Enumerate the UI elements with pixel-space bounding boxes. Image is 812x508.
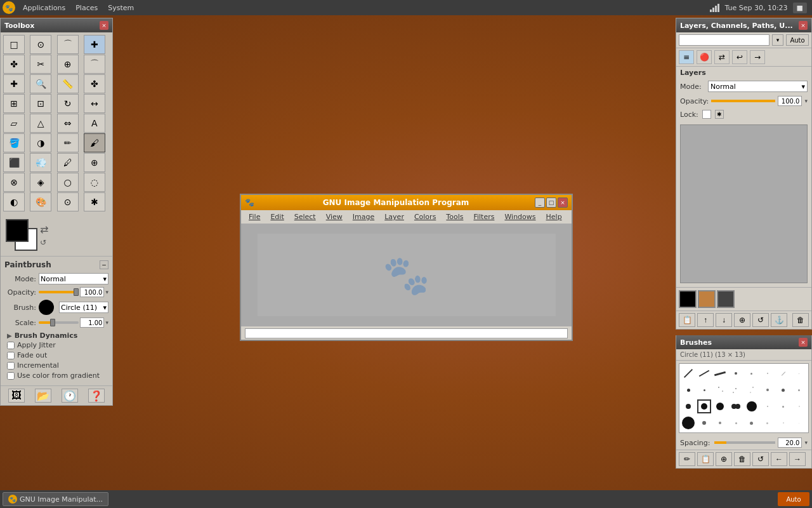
open-recent-button[interactable]: 🕐 <box>62 389 78 403</box>
opacity-value[interactable]: 100.0 <box>80 287 104 297</box>
tool-align[interactable]: ⊞ <box>3 94 25 113</box>
brushes-panel-close[interactable]: × <box>799 338 808 347</box>
use-gradient-checkbox[interactable] <box>7 372 15 380</box>
delete-brush-btn[interactable]: 🗑 <box>734 452 750 466</box>
gimp-status-input[interactable] <box>245 328 568 338</box>
menu-filters[interactable]: Filters <box>468 211 499 222</box>
tool-smudge[interactable]: ◌ <box>84 173 105 192</box>
gimp-close-button[interactable]: × <box>558 197 568 208</box>
tool-pencil[interactable]: ✏ <box>57 133 79 152</box>
brush-dot-r4f[interactable] <box>776 416 790 430</box>
scale-slider[interactable] <box>39 321 79 324</box>
brush-circle-multi[interactable] <box>729 399 743 413</box>
redo-icon-tab[interactable]: → <box>750 50 765 64</box>
brush-tiny-dot-1[interactable] <box>761 366 775 380</box>
tool-rotate[interactable]: ↻ <box>57 94 79 113</box>
tool-dodge-burn[interactable]: ◐ <box>3 192 25 211</box>
tool-blur-sharpen[interactable]: ○ <box>57 173 79 192</box>
brush-dot-sm-4[interactable] <box>792 383 806 397</box>
undo-icon-tab[interactable]: ↩ <box>732 50 747 64</box>
spacing-slider[interactable] <box>714 441 775 444</box>
new-image-button[interactable]: 🖼 <box>8 389 25 403</box>
brush-xl-dot[interactable] <box>681 416 695 430</box>
opacity-slider[interactable] <box>39 291 79 293</box>
layers-icon-tab[interactable]: ≡ <box>679 50 694 64</box>
brush-dot-r4e[interactable] <box>761 416 775 430</box>
mode-select[interactable]: Normal ▾ <box>39 273 108 284</box>
anchor-layer-btn[interactable]: ⚓ <box>771 313 787 327</box>
tool-perspective-clone[interactable]: ◈ <box>30 173 51 192</box>
tool-shear[interactable]: ▱ <box>3 114 25 133</box>
power-button[interactable]: ■ <box>793 3 807 13</box>
task-gimp[interactable]: 🐾 GNU Image Manipulat... <box>3 492 108 506</box>
tool-ink[interactable]: 🖊 <box>57 153 79 172</box>
paintbrush-collapse-btn[interactable]: − <box>100 260 108 269</box>
tool-perspective[interactable]: △ <box>30 114 51 133</box>
create-new-layer-btn[interactable]: 📋 <box>679 313 695 327</box>
gimp-canvas[interactable]: 🐾 <box>258 234 556 316</box>
gimp-minimize-button[interactable]: _ <box>535 197 545 208</box>
brush-tiny-dash[interactable] <box>776 366 790 380</box>
new-brush-btn[interactable]: 📋 <box>697 452 714 466</box>
tool-color-picker[interactable]: ✚ <box>3 74 25 93</box>
menu-view[interactable]: View <box>321 211 348 222</box>
delete-layer-btn[interactable]: 🗑 <box>792 313 809 327</box>
brush-thin-line-1[interactable] <box>681 366 695 380</box>
gimp-maximize-button[interactable]: □ <box>546 197 556 208</box>
next-brush-btn[interactable]: → <box>789 452 806 466</box>
brush-small-dot-r2[interactable] <box>681 383 695 397</box>
open-image-button[interactable]: 📂 <box>35 389 51 403</box>
swatch-dark[interactable] <box>717 290 735 308</box>
layers-opacity-slider[interactable] <box>711 100 775 102</box>
spacing-value[interactable]: 20.0 <box>778 438 802 448</box>
brush-scatter-2[interactable] <box>729 383 743 397</box>
prev-brush-btn[interactable]: ← <box>771 452 787 466</box>
brush-dot-r4d[interactable] <box>745 416 759 430</box>
tool-move[interactable]: ✤ <box>84 74 105 93</box>
lower-layer-btn[interactable]: ↓ <box>716 313 732 327</box>
tool-bucket-fill[interactable]: 🪣 <box>3 133 25 152</box>
brush-circle-11-selected[interactable] <box>697 399 711 413</box>
tool-flip[interactable]: ⇔ <box>57 114 79 133</box>
tool-ellipse-select[interactable]: ⊙ <box>30 35 51 54</box>
refresh-brush-btn[interactable]: ↺ <box>752 452 769 466</box>
taskbar-auto-button[interactable]: Auto <box>778 492 809 506</box>
menu-layer[interactable]: Layer <box>379 211 409 222</box>
menu-tools[interactable]: Tools <box>441 211 468 222</box>
tool-scale[interactable]: ↔ <box>84 94 105 113</box>
layers-search-input[interactable] <box>679 34 769 46</box>
swap-colors-icon[interactable]: ⇄ <box>40 224 48 236</box>
brush-scatter-3[interactable] <box>745 383 759 397</box>
tool-clone[interactable]: ⊕ <box>84 153 105 172</box>
raise-layer-btn[interactable]: ↑ <box>697 313 714 327</box>
tool-zoom[interactable]: 🔍 <box>30 74 51 93</box>
foreground-color[interactable] <box>6 219 29 242</box>
brush-micro-dot[interactable] <box>792 366 806 380</box>
tool-by-color-select[interactable]: ✤ <box>3 55 25 74</box>
brush-select[interactable]: Circle (11) ▾ <box>59 302 108 313</box>
menu-edit[interactable]: Edit <box>265 211 289 222</box>
brush-dot-r4b[interactable] <box>713 416 727 430</box>
brush-thin-line-2[interactable] <box>697 366 711 380</box>
tool-paintbrush[interactable]: 🖌 <box>84 133 105 152</box>
menu-image[interactable]: Image <box>348 211 379 222</box>
fade-out-checkbox[interactable] <box>7 352 15 359</box>
duplicate-layer-btn[interactable]: ⊕ <box>734 313 750 327</box>
brush-preview[interactable] <box>39 300 54 315</box>
brush-thin-line-3[interactable] <box>713 366 727 380</box>
tool-fuzzy-select[interactable]: ✚ <box>84 35 105 54</box>
brush-tiny-r3[interactable] <box>761 399 775 413</box>
merge-down-btn[interactable]: ↺ <box>752 313 769 327</box>
layers-dropdown-icon[interactable]: ▾ <box>772 34 783 46</box>
tool-eraser[interactable]: ⬛ <box>3 153 25 172</box>
menu-colors[interactable]: Colors <box>409 211 441 222</box>
tool-desaturate[interactable]: 🎨 <box>30 192 51 211</box>
brush-tiny-2[interactable] <box>697 383 711 397</box>
tool-foreground-select[interactable]: ⊕ <box>57 55 79 74</box>
brush-tiny-r3c[interactable] <box>792 399 806 413</box>
incremental-checkbox[interactable] <box>7 362 15 370</box>
menu-file[interactable]: File <box>244 211 265 222</box>
tool-scissor-select[interactable]: ✂ <box>30 55 51 74</box>
brush-dot-small-3[interactable] <box>761 383 775 397</box>
channels-icon-tab[interactable]: 🔴 <box>697 50 712 64</box>
